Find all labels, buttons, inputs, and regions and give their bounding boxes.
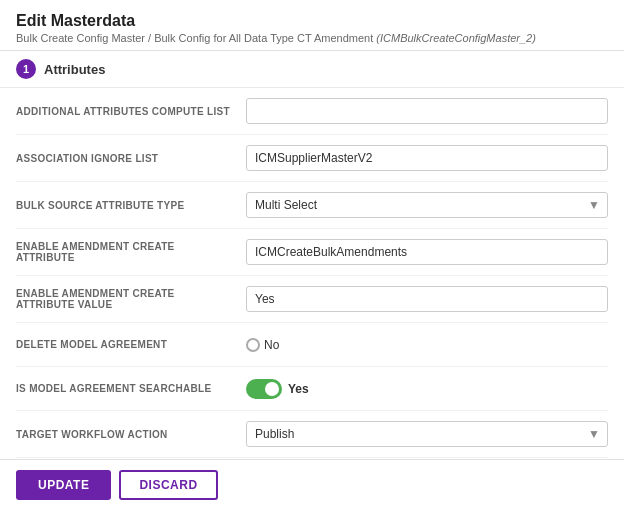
control-additional-attributes-compute-list [246,98,608,124]
control-delete-model-agreement: No [246,338,608,352]
label-enable-amendment-create-attribute: ENABLE AMENDMENT CREATE ATTRIBUTE [16,241,246,263]
footer: UPDATE DISCARD [0,459,624,510]
toggle-wrapper-is-model-agreement-searchable: Yes [246,379,608,399]
discard-button[interactable]: DISCARD [119,470,217,500]
row-association-ignore-list: ASSOCIATION IGNORE LIST [16,135,608,182]
input-association-ignore-list[interactable] [246,145,608,171]
toggle-delete-model-agreement: No [246,338,608,352]
row-bulk-source-attribute-type: BULK SOURCE ATTRIBUTE TYPE Multi Select … [16,182,608,229]
label-bulk-source-attribute-type: BULK SOURCE ATTRIBUTE TYPE [16,200,246,211]
content-area: 1 Attributes ADDITIONAL ATTRIBUTES COMPU… [0,51,624,459]
row-enable-amendment-create-attribute-value: ENABLE AMENDMENT CREATE ATTRIBUTE VALUE [16,276,608,323]
row-is-model-agreement-searchable: IS MODEL AGREEMENT SEARCHABLE Yes [16,367,608,411]
section-header: 1 Attributes [0,51,624,88]
update-button[interactable]: UPDATE [16,470,111,500]
input-enable-amendment-create-attribute[interactable] [246,239,608,265]
select-target-workflow-action[interactable]: Publish Draft Review [246,421,608,447]
label-target-workflow-action: TARGET WORKFLOW ACTION [16,429,246,440]
page-container: Edit Masterdata Bulk Create Config Maste… [0,0,624,510]
select-bulk-source-attribute-type[interactable]: Multi Select Single Select Text [246,192,608,218]
control-enable-amendment-create-attribute-value [246,286,608,312]
control-is-model-agreement-searchable: Yes [246,379,608,399]
header: Edit Masterdata Bulk Create Config Maste… [0,0,624,51]
control-target-workflow-action: Publish Draft Review ▼ [246,421,608,447]
form-body: ADDITIONAL ATTRIBUTES COMPUTE LIST ASSOC… [0,88,624,459]
select-wrapper-target-workflow: Publish Draft Review ▼ [246,421,608,447]
control-enable-amendment-create-attribute [246,239,608,265]
toggle-is-model-agreement-searchable[interactable] [246,379,282,399]
page-subtitle: Bulk Create Config Master / Bulk Config … [16,32,608,44]
radio-no-delete-model-agreement[interactable] [246,338,260,352]
row-delete-model-agreement: DELETE MODEL AGREEMENT No [16,323,608,367]
page-title: Edit Masterdata [16,12,608,30]
select-wrapper-bulk-source: Multi Select Single Select Text ▼ [246,192,608,218]
label-association-ignore-list: ASSOCIATION IGNORE LIST [16,153,246,164]
row-enable-amendment-create-attribute: ENABLE AMENDMENT CREATE ATTRIBUTE [16,229,608,276]
row-additional-attributes-compute-list: ADDITIONAL ATTRIBUTES COMPUTE LIST [16,88,608,135]
label-additional-attributes-compute-list: ADDITIONAL ATTRIBUTES COMPUTE LIST [16,106,246,117]
control-bulk-source-attribute-type: Multi Select Single Select Text ▼ [246,192,608,218]
control-association-ignore-list [246,145,608,171]
section-number: 1 [16,59,36,79]
label-enable-amendment-create-attribute-value: ENABLE AMENDMENT CREATE ATTRIBUTE VALUE [16,288,246,310]
label-no-delete-model-agreement: No [264,338,279,352]
row-target-workflow-action: TARGET WORKFLOW ACTION Publish Draft Rev… [16,411,608,458]
input-additional-attributes-compute-list[interactable] [246,98,608,124]
section-title: Attributes [44,62,105,77]
toggle-label-is-model-agreement-searchable: Yes [288,382,309,396]
label-delete-model-agreement: DELETE MODEL AGREEMENT [16,339,246,350]
label-is-model-agreement-searchable: IS MODEL AGREEMENT SEARCHABLE [16,383,246,394]
input-enable-amendment-create-attribute-value[interactable] [246,286,608,312]
